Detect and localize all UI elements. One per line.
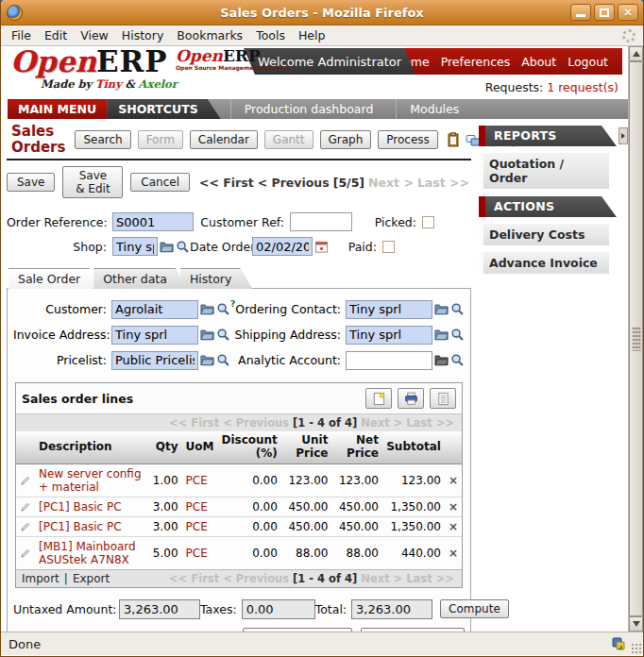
delete-line-icon[interactable]: × xyxy=(445,497,462,516)
menu-view[interactable]: View xyxy=(74,26,115,44)
sidebar-item-advance-invoice[interactable]: Advance Invoice xyxy=(479,252,609,274)
invoice-address-search-icon[interactable] xyxy=(216,328,230,342)
view-button-graph[interactable]: Graph xyxy=(320,130,372,149)
edit-line-icon[interactable] xyxy=(20,475,31,486)
analytic-account-input[interactable] xyxy=(346,351,432,370)
save-edit-button[interactable]: Save & Edit xyxy=(62,166,123,198)
resize-grip[interactable] xyxy=(631,643,642,654)
order-line-row[interactable]: [PC1] Basic PC 3.00 PCE 0.00 450.00 450.… xyxy=(16,497,462,516)
order-line-row[interactable]: [MB1] Mainboard ASUStek A7N8X 5.00 PCE 0… xyxy=(16,536,462,569)
menu-bookmarks[interactable]: Bookmarks xyxy=(170,26,249,44)
switch-view-button[interactable] xyxy=(430,388,456,409)
paid-checkbox[interactable] xyxy=(382,241,395,253)
menu-tools[interactable]: Tools xyxy=(249,26,292,44)
save-button[interactable]: Save xyxy=(7,173,55,192)
scrollbar-thumb[interactable] xyxy=(629,61,643,616)
col-uom[interactable]: UoM xyxy=(182,431,218,463)
picked-checkbox[interactable] xyxy=(422,216,434,228)
order-line-row[interactable]: New server config + material 1.00 PCE 0.… xyxy=(16,463,462,497)
pricelist-open-icon[interactable] xyxy=(200,353,214,367)
shipping-address-search-icon[interactable] xyxy=(450,328,465,342)
delete-line-icon[interactable]: × xyxy=(445,536,462,569)
nav-modules[interactable]: Modules xyxy=(396,99,472,119)
vertical-scrollbar[interactable] xyxy=(628,46,643,632)
title-divider xyxy=(7,159,471,160)
requests-indicator[interactable]: Requests: 1 request(s) xyxy=(485,80,619,94)
analytic-account-search-icon[interactable] xyxy=(450,353,465,367)
sidebar-item-delivery-costs[interactable]: Delivery Costs xyxy=(479,224,609,245)
new-line-button[interactable] xyxy=(365,388,392,409)
shop-open-icon[interactable] xyxy=(160,240,174,254)
order-reference-input[interactable] xyxy=(112,212,194,231)
invoice-address-open-icon[interactable] xyxy=(200,328,214,342)
customer-ref-input[interactable] xyxy=(290,212,352,231)
delete-line-icon[interactable]: × xyxy=(445,463,462,497)
customer-input[interactable] xyxy=(111,300,198,319)
menu-file[interactable]: File xyxy=(5,26,38,44)
col-unit-price[interactable]: Unit Price xyxy=(281,431,332,463)
attachment-icon[interactable] xyxy=(446,132,461,147)
shop-input[interactable] xyxy=(112,237,158,256)
cancel-order-button[interactable]: Cancel Order xyxy=(361,628,465,632)
ordering-contact-search-icon[interactable] xyxy=(450,302,465,316)
close-button[interactable]: × xyxy=(618,4,638,21)
sidebar-collapse-button[interactable] xyxy=(619,127,628,144)
edit-line-icon[interactable] xyxy=(20,521,31,532)
delete-line-icon[interactable]: × xyxy=(445,516,462,536)
software-update-icon[interactable] xyxy=(611,636,626,651)
analytic-account-open-icon[interactable] xyxy=(434,353,449,367)
date-ordered-input[interactable] xyxy=(252,237,313,256)
tab-history[interactable]: History xyxy=(180,268,252,289)
menu-edit[interactable]: Edit xyxy=(38,26,74,44)
pricelist-input[interactable] xyxy=(111,351,198,370)
tab-sale-order[interactable]: Sale Order xyxy=(8,268,101,289)
view-button-calendar[interactable]: Calendar xyxy=(190,130,258,149)
confirm-order-button[interactable]: Confirm Order xyxy=(243,628,352,632)
date-calendar-icon[interactable] xyxy=(314,240,329,254)
compute-button[interactable]: Compute xyxy=(440,599,509,618)
customer-open-icon[interactable] xyxy=(200,302,214,316)
link-preferences[interactable]: Preferences xyxy=(436,55,516,69)
import-link[interactable]: Import xyxy=(22,572,59,585)
ordering-contact-help-icon: ? xyxy=(230,299,235,309)
ordering-contact-input[interactable] xyxy=(346,300,432,319)
pager-first[interactable]: << First xyxy=(197,176,256,190)
invoice-address-input[interactable] xyxy=(111,326,198,345)
col-subtotal[interactable]: Subtotal xyxy=(382,431,445,463)
customer-search-icon[interactable] xyxy=(216,302,230,316)
link-logout[interactable]: Logout xyxy=(563,55,613,69)
link-about[interactable]: About xyxy=(517,55,561,69)
export-link[interactable]: Export xyxy=(73,572,110,585)
print-button[interactable] xyxy=(398,388,424,409)
edit-line-icon[interactable] xyxy=(20,548,31,559)
window-titlebar[interactable]: Sales Orders - Mozilla Firefox × xyxy=(1,0,643,25)
lines-title: Sales order lines xyxy=(22,392,133,406)
ordering-contact-open-icon[interactable] xyxy=(434,302,449,316)
view-button-search[interactable]: Search xyxy=(75,130,130,149)
col-net-price[interactable]: Net Price xyxy=(331,431,382,463)
maximize-button[interactable] xyxy=(594,4,615,21)
nav-shortcuts[interactable]: SHORTCUTS xyxy=(107,99,221,119)
cancel-button[interactable]: Cancel xyxy=(130,173,190,192)
order-line-row[interactable]: [PC1] Basic PC 3.00 PCE 0.00 450.00 450.… xyxy=(16,516,462,536)
shipping-address-open-icon[interactable] xyxy=(434,328,449,342)
shipping-address-input[interactable] xyxy=(346,326,432,345)
minimize-button[interactable] xyxy=(570,4,591,21)
scroll-down-button[interactable] xyxy=(629,616,643,632)
pricelist-search-icon[interactable] xyxy=(216,353,230,367)
scroll-up-button[interactable] xyxy=(629,46,643,61)
col-qty[interactable]: Qty xyxy=(146,431,182,463)
nav-main-menu[interactable]: MAIN MENU xyxy=(8,99,107,119)
menu-help[interactable]: Help xyxy=(292,26,332,44)
tab-other-data[interactable]: Other data xyxy=(93,268,188,289)
edit-line-icon[interactable] xyxy=(20,501,31,513)
menu-history[interactable]: History xyxy=(115,26,170,44)
nav-production-dashboard[interactable]: Production dashboard xyxy=(230,99,387,119)
col-description[interactable]: Description xyxy=(35,431,146,463)
shop-search-icon[interactable] xyxy=(176,240,190,254)
view-button-process[interactable]: Process xyxy=(378,130,438,149)
pager-previous[interactable]: < Previous xyxy=(256,176,331,190)
taxes-value xyxy=(242,599,315,619)
sidebar-item-quotation-order[interactable]: Quotation / Order xyxy=(479,153,609,189)
col-discount[interactable]: Discount (%) xyxy=(217,431,280,463)
